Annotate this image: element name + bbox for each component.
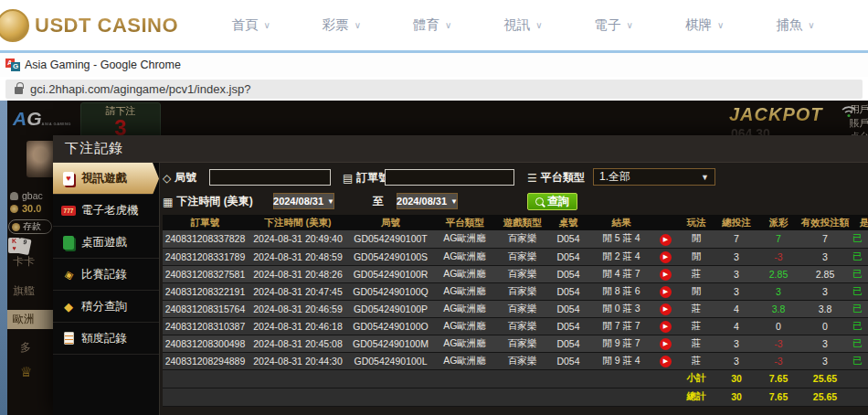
replay-button[interactable]: ▶ bbox=[660, 338, 672, 350]
col-header-result: 結果 bbox=[588, 215, 654, 230]
cell-round: GD0542490100O bbox=[348, 317, 433, 335]
deposit-button[interactable]: 存款 bbox=[8, 219, 52, 234]
cell-order: 240831208331789 bbox=[163, 248, 248, 265]
nav-label: 彩票 bbox=[323, 16, 349, 34]
cell-side: 莊 bbox=[677, 300, 715, 317]
nav-item-fishing[interactable]: 捕魚∨ bbox=[776, 16, 814, 34]
table-games-icon bbox=[61, 235, 76, 250]
game-page: AGASIA GAMING 請下注 3 JACKPOT 064.30 用戶 賬戶… bbox=[0, 101, 868, 415]
search-button[interactable]: 查詢 bbox=[527, 193, 577, 210]
cell-payout: 3.8 bbox=[757, 300, 799, 317]
cell-time: 2024-08-31 20:44:30 bbox=[248, 352, 348, 369]
replay-button[interactable]: ▶ bbox=[660, 234, 672, 246]
chevron-down-icon: ∨ bbox=[627, 20, 633, 30]
tab-label: 電子老虎機 bbox=[81, 203, 139, 218]
cell-platform: AG歐洲廳 bbox=[433, 352, 496, 369]
cell-status: 已 bbox=[851, 248, 868, 265]
modal-title: 下注記錄 bbox=[53, 135, 868, 163]
bg-menu-item-selected[interactable]: 歐洲 bbox=[0, 310, 53, 329]
nav-item-sports[interactable]: 體育∨ bbox=[413, 16, 451, 34]
cell-platform: AG歐洲廳 bbox=[433, 300, 496, 317]
cell-status: 已 bbox=[851, 282, 868, 300]
cell-side: 莊 bbox=[677, 265, 715, 282]
cell-order: 240831208327581 bbox=[163, 265, 248, 282]
dropdown-arrow-icon: ▼ bbox=[701, 173, 709, 182]
cell-status: 已 bbox=[851, 335, 868, 352]
bg-menu-item[interactable]: 旗艦 bbox=[0, 283, 53, 299]
tab-slots[interactable]: 777 電子老虎機 bbox=[53, 195, 159, 227]
match-record-icon: ◈ bbox=[59, 265, 78, 283]
cell-result: 閒 0 莊 3 bbox=[588, 300, 654, 317]
round-input[interactable] bbox=[209, 169, 331, 186]
replay-button[interactable]: ▶ bbox=[660, 356, 672, 367]
order-input[interactable] bbox=[385, 169, 514, 186]
cell-order: 240831208315764 bbox=[163, 300, 248, 317]
nav-item-slots[interactable]: 電子∨ bbox=[595, 16, 633, 34]
time-filter-label: ▦下注時間 (美東) bbox=[163, 194, 253, 209]
cell-round: GD0542490100S bbox=[348, 248, 433, 265]
table-row: 2408312083221912024-08-31 20:47:45GD0542… bbox=[163, 282, 868, 300]
subtotal-payout: 7.65 bbox=[757, 369, 799, 388]
tab-match-records[interactable]: ◈ 比賽記錄 bbox=[53, 259, 159, 291]
dropdown-arrow-icon: ▼ bbox=[327, 197, 334, 206]
calendar-icon: ▦ bbox=[163, 196, 173, 208]
subtotal-total: 30 bbox=[715, 369, 757, 388]
nav-item-lottery[interactable]: 彩票∨ bbox=[323, 16, 361, 34]
replay-button[interactable]: ▶ bbox=[660, 303, 672, 315]
site-logo[interactable]: USDT CASINO bbox=[0, 9, 196, 42]
replay-button[interactable]: ▶ bbox=[660, 251, 672, 263]
list-icon: ☰ bbox=[527, 172, 537, 185]
date-to-picker[interactable]: 2024/08/31 ▼ bbox=[397, 193, 458, 209]
cell-result: 閒 9 莊 7 bbox=[588, 335, 654, 352]
bg-menu-item[interactable]: 多 bbox=[0, 340, 53, 356]
replay-button[interactable]: ▶ bbox=[660, 321, 672, 333]
cell-platform: AG歐洲廳 bbox=[433, 265, 496, 282]
col-header-total: 總投注 bbox=[715, 215, 757, 230]
cell-total: 3 bbox=[715, 335, 757, 352]
records-table: 訂單號下注時間 (美東)局號平台類型遊戲類型桌號結果玩法總投注派彩有效投注額是 … bbox=[163, 215, 868, 407]
ag-logo: AGASIA GAMING bbox=[13, 108, 71, 130]
col-header-side: 玩法 bbox=[677, 215, 715, 230]
user-icon bbox=[10, 192, 18, 200]
points-icon: ◆ bbox=[61, 299, 76, 314]
cell-round: GD0542490100R bbox=[348, 265, 433, 282]
cell-result: 閒 2 莊 4 bbox=[588, 248, 654, 265]
cell-order: 240831208294889 bbox=[163, 352, 248, 369]
cell-time: 2024-08-31 20:45:08 bbox=[248, 335, 348, 352]
table-row: 2408312082948892024-08-31 20:44:30GD0542… bbox=[163, 352, 868, 369]
jackpot-banner: JACKPOT bbox=[729, 104, 823, 125]
cell-result: 閒 8 莊 6 bbox=[588, 282, 654, 300]
nav-item-home[interactable]: 首頁∨ bbox=[231, 16, 270, 34]
cell-round: GD0542490100Q bbox=[348, 282, 433, 300]
tab-credit-records[interactable]: 額度記錄 bbox=[53, 323, 159, 355]
cell-total: 4 bbox=[715, 317, 757, 335]
cell-order: 240831208310387 bbox=[163, 317, 248, 335]
nav-item-cards[interactable]: 棋牌∨ bbox=[685, 16, 724, 34]
total-total: 30 bbox=[715, 388, 757, 406]
tab-label: 額度記錄 bbox=[81, 331, 127, 346]
bg-menu-item[interactable]: 卡卡 bbox=[0, 254, 53, 270]
tab-table-games[interactable]: 桌面遊戲 bbox=[53, 227, 159, 259]
cell-play: ▶ bbox=[654, 335, 677, 352]
cell-total: 3 bbox=[715, 265, 757, 282]
nav-item-live[interactable]: 視訊∨ bbox=[503, 16, 542, 34]
cell-side: 莊 bbox=[677, 335, 715, 352]
cell-payout: 7 bbox=[757, 230, 799, 248]
replay-button[interactable]: ▶ bbox=[660, 286, 672, 298]
platform-select-value: 1.全部 bbox=[599, 169, 630, 185]
chrome-titlebar[interactable]: AG Asia Gaming - Google Chrome bbox=[0, 53, 868, 77]
cell-round: GD0542490100M bbox=[348, 335, 433, 352]
cell-game: 百家樂 bbox=[496, 282, 548, 300]
cell-status: 已 bbox=[851, 230, 868, 248]
tab-points-query[interactable]: ◆ 積分查詢 bbox=[53, 291, 159, 323]
replay-button[interactable]: ▶ bbox=[660, 269, 672, 281]
cell-table_no: D054 bbox=[548, 317, 588, 335]
url-bar[interactable]: gci.2hhapi.com/agingame/pcv1/index.jsp? bbox=[5, 80, 863, 99]
col-header-payout: 派彩 bbox=[757, 215, 799, 230]
tab-live-games[interactable]: ♥ 視訊遊戲 bbox=[53, 163, 159, 195]
table-row: 2408312083004982024-08-31 20:45:08GD0542… bbox=[163, 335, 868, 352]
date-from-picker[interactable]: 2024/08/31 ▼ bbox=[273, 193, 334, 209]
cell-valid: 3 bbox=[799, 282, 851, 300]
platform-select[interactable]: 1.全部 ▼ bbox=[593, 168, 715, 186]
tab-label: 積分查詢 bbox=[81, 299, 127, 314]
